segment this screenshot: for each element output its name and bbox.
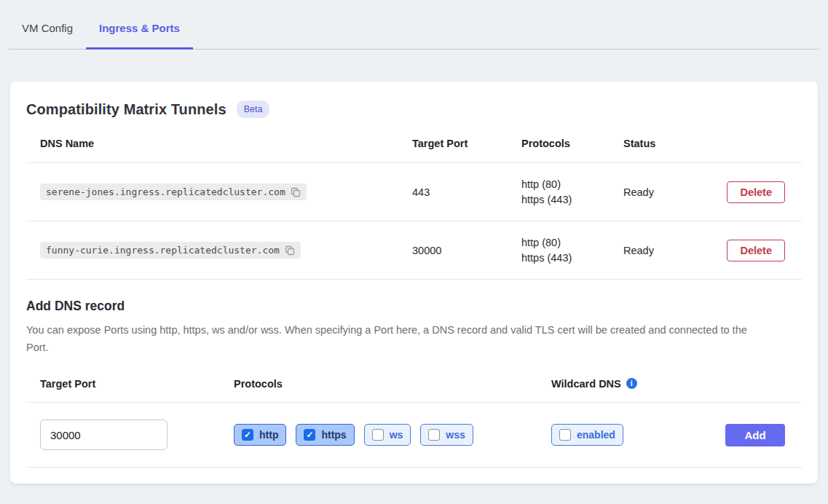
delete-button[interactable]: Delete [727,181,785,203]
http-checkbox-pill[interactable]: http [234,424,286,446]
delete-button[interactable]: Delete [727,240,785,261]
checkbox-box-icon [559,429,571,441]
protocols-value: http (80) https (443) [508,235,610,266]
table-row: serene-jones.ingress.replicatedcluster.c… [26,163,802,221]
target-port-value: 443 [398,186,508,198]
checkbox-box-icon [242,429,253,441]
page-title: Compatibility Matrix Tunnels [26,101,226,118]
protocol-line: https (443) [521,192,610,208]
checkbox-box-icon [372,429,384,441]
checkbox-label: enabled [577,429,615,441]
col-header-status: Status [610,138,711,149]
checkbox-label: wss [446,429,465,441]
beta-badge: Beta [237,101,270,118]
dns-name-text: serene-jones.ingress.replicatedcluster.c… [46,186,285,197]
add-dns-record-title: Add DNS record [26,299,802,314]
form-header-wildcard-dns: Wildcard DNS [551,378,621,390]
col-header-dns-name: DNS Name [26,138,398,149]
dns-name-pill: funny-curie.ingress.replicatedcluster.co… [40,242,301,259]
form-row: http https ws wss enabled [26,403,802,468]
col-header-protocols: Protocols [508,138,610,149]
table-header-row: DNS Name Target Port Protocols Status [26,124,802,163]
table-row: funny-curie.ingress.replicatedcluster.co… [26,221,802,280]
tab-vm-config[interactable]: VM Config [9,22,86,49]
checkbox-box-icon [428,429,440,441]
add-button[interactable]: Add [725,424,785,446]
status-value: Ready [610,245,711,256]
protocols-value: http (80) https (443) [508,177,610,208]
dns-name-text: funny-curie.ingress.replicatedcluster.co… [46,245,280,256]
target-port-value: 30000 [398,245,508,256]
wss-checkbox-pill[interactable]: wss [420,424,473,446]
copy-icon[interactable] [285,245,295,256]
dns-name-pill: serene-jones.ingress.replicatedcluster.c… [40,184,307,200]
col-header-target-port: Target Port [398,138,508,149]
protocol-line: https (443) [521,251,610,266]
wildcard-enabled-checkbox-pill[interactable]: enabled [551,424,623,446]
protocol-line: http (80) [521,235,610,251]
checkbox-label: ws [390,429,403,441]
target-port-input[interactable] [40,420,167,450]
checkbox-box-icon [304,429,315,441]
info-icon[interactable] [626,378,637,389]
checkbox-label: https [321,429,346,441]
tab-bar: VM Config Ingress & Ports [9,0,819,50]
protocol-options: http https ws wss [220,424,537,446]
form-header-row: Target Port Protocols Wildcard DNS [26,365,802,403]
copy-icon[interactable] [291,187,301,197]
checkbox-label: http [259,429,278,441]
ws-checkbox-pill[interactable]: ws [364,424,411,446]
form-header-protocols: Protocols [220,378,537,390]
card-header: Compatibility Matrix Tunnels Beta [26,101,802,118]
form-header-target-port: Target Port [26,378,220,390]
tunnels-card: Compatibility Matrix Tunnels Beta DNS Na… [10,82,818,484]
protocol-line: http (80) [521,177,610,192]
tab-ingress-ports[interactable]: Ingress & Ports [86,22,193,50]
status-value: Ready [610,186,711,198]
add-dns-record-description: You can expose Ports using http, https, … [26,321,765,356]
https-checkbox-pill[interactable]: https [296,424,354,446]
